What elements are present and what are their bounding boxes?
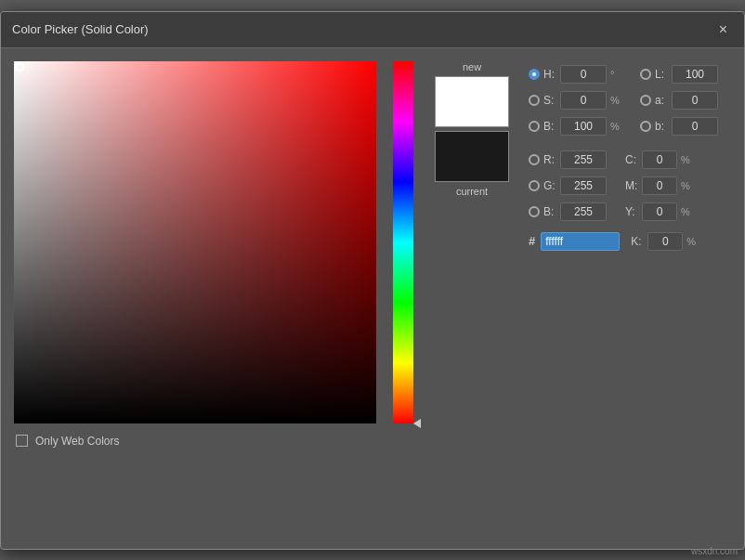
r-radio[interactable] bbox=[529, 154, 540, 165]
color-picker-dialog: Color Picker (Solid Color) × bbox=[0, 11, 745, 550]
b2-input[interactable] bbox=[560, 202, 607, 221]
watermark: wsxdn.com bbox=[691, 546, 738, 556]
dialog-title: Color Picker (Solid Color) bbox=[12, 22, 149, 36]
hex-input[interactable] bbox=[541, 232, 620, 251]
close-button[interactable]: × bbox=[713, 20, 733, 40]
b3-radio[interactable] bbox=[640, 121, 651, 132]
new-color-preview bbox=[435, 76, 509, 127]
s-input[interactable] bbox=[560, 91, 607, 110]
hue-slider[interactable] bbox=[393, 61, 413, 423]
current-label: current bbox=[456, 186, 488, 197]
title-bar: Color Picker (Solid Color) × bbox=[1, 12, 744, 48]
b3-label: b: bbox=[655, 120, 668, 133]
m-label: M: bbox=[625, 179, 638, 192]
web-colors-checkbox[interactable] bbox=[16, 435, 28, 447]
b3-input[interactable] bbox=[672, 117, 718, 136]
web-colors-label: Only Web Colors bbox=[35, 435, 119, 448]
c-unit: % bbox=[681, 154, 690, 165]
current-color-preview bbox=[435, 131, 509, 182]
g-row: G: M: % bbox=[529, 173, 745, 199]
a-label: a: bbox=[655, 94, 668, 107]
y-input[interactable] bbox=[642, 202, 677, 221]
b-row: B: % b: bbox=[529, 113, 745, 139]
bottom-bar: Only Web Colors bbox=[1, 427, 744, 459]
r-label: R: bbox=[543, 153, 556, 166]
k-label: K: bbox=[631, 235, 644, 248]
b-radio[interactable] bbox=[529, 121, 540, 132]
b-input[interactable] bbox=[560, 117, 607, 136]
h-radio[interactable] bbox=[529, 69, 540, 80]
h-unit: ° bbox=[610, 69, 621, 80]
b-unit: % bbox=[610, 121, 621, 132]
hue-slider-container[interactable] bbox=[393, 61, 413, 423]
color-gradient-area[interactable] bbox=[14, 61, 376, 423]
b2-radio[interactable] bbox=[529, 206, 540, 217]
s-unit: % bbox=[610, 95, 621, 106]
r-input[interactable] bbox=[560, 150, 607, 169]
l-label: L: bbox=[655, 68, 668, 81]
g-label: G: bbox=[543, 179, 556, 192]
r-row: R: C: % bbox=[529, 147, 745, 173]
hex-hash: # bbox=[529, 234, 535, 248]
h-row: H: ° L: bbox=[529, 61, 745, 87]
k-unit: % bbox=[686, 236, 696, 247]
s-label: S: bbox=[543, 94, 556, 107]
a-radio[interactable] bbox=[640, 95, 651, 106]
y-unit: % bbox=[681, 206, 690, 217]
g-radio[interactable] bbox=[529, 180, 540, 191]
gradient-box[interactable] bbox=[14, 61, 376, 423]
c-label: C: bbox=[625, 153, 638, 166]
g-input[interactable] bbox=[560, 176, 607, 195]
s-radio[interactable] bbox=[529, 95, 540, 106]
c-input[interactable] bbox=[642, 150, 677, 169]
l-input[interactable] bbox=[672, 65, 718, 84]
k-input[interactable] bbox=[647, 232, 683, 251]
hue-arrow-indicator bbox=[413, 419, 421, 428]
h-label: H: bbox=[543, 68, 556, 81]
a-input[interactable] bbox=[672, 91, 718, 110]
s-row: S: % a: bbox=[529, 87, 745, 113]
y-label: Y: bbox=[625, 205, 638, 218]
b-label: B: bbox=[543, 120, 556, 133]
m-unit: % bbox=[681, 180, 690, 191]
l-radio[interactable] bbox=[640, 69, 651, 80]
b2-row: B: Y: % bbox=[529, 199, 745, 225]
b2-label: B: bbox=[543, 205, 556, 218]
h-input[interactable] bbox=[560, 65, 607, 84]
m-input[interactable] bbox=[642, 176, 677, 195]
new-label: new bbox=[463, 61, 481, 72]
color-preview-area: new current bbox=[430, 61, 514, 197]
